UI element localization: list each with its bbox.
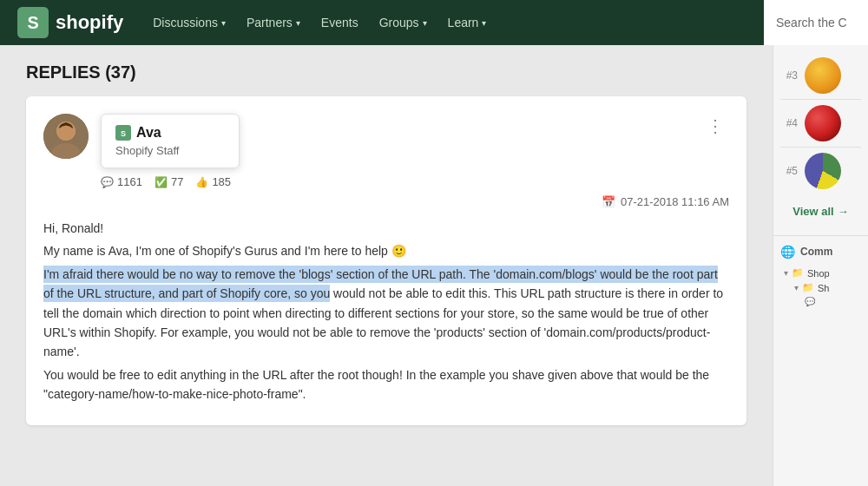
body-line-3: I'm afraid there would be no way to remo… [43,265,729,362]
main-nav: S shopify Discussions ▾ Partners ▾ Event… [0,0,868,45]
nav-discussions[interactable]: Discussions ▾ [144,10,234,35]
svg-text:S: S [27,13,38,32]
avatar-3[interactable] [805,57,841,94]
search-placeholder: Search the C [776,16,847,30]
rank-3: #3 [784,69,798,82]
body-line-2: My name is Ava, I'm one of Shopify's Gur… [43,241,729,260]
arrow-right-icon: → [838,205,849,218]
view-all-label: View all [792,205,833,218]
body-line-1: Hi, Ronald! [43,219,729,238]
stat-posts-value: 1161 [117,175,142,188]
community-section: 🌐 Comm ▾ 📁 Shop ▾ 📁 Sh 💬 [773,235,868,317]
avatar-image [43,114,89,159]
chevron-down-icon: ▾ [296,18,300,28]
community-tree: ▾ 📁 Shop ▾ 📁 Sh 💬 [780,266,861,308]
left-content: REPLIES (37) [0,45,773,486]
rank-5: #5 [784,165,798,177]
shopify-badge-icon: S [115,125,131,141]
sidebar-avatar-row-3: #3 [780,52,861,100]
community-label: 🌐 Comm [780,245,861,259]
chevron-down-icon: ▾ [482,18,486,28]
check-icon: ✅ [155,176,168,188]
nav-groups[interactable]: Groups ▾ [371,10,436,35]
body-line-4: You would be free to edit anything in th… [43,365,729,404]
view-all-link[interactable]: View all → [787,205,854,218]
folder-icon: 📁 [792,267,804,279]
tree-label-1: Shop [807,268,830,279]
chevron-down-icon: ▾ [221,18,226,28]
sidebar-avatars: #3 #4 #5 View all → [773,45,868,235]
logo-text: shopify [56,11,123,34]
author-area: S Ava Shopify Staff [43,114,240,168]
thumbs-up-icon: 👍 [195,176,208,188]
tree-item-3: 💬 [784,295,861,308]
reply-body: Hi, Ronald! My name is Ava, I'm one of S… [43,219,729,404]
tree-item-1: ▾ 📁 Shop [784,266,861,280]
expand-icon-2: ▾ [794,283,799,292]
sidebar-avatar-row-5: #5 [780,148,861,194]
nav-items: Discussions ▾ Partners ▾ Events Groups ▾… [144,10,851,35]
stat-check-value: 77 [171,175,183,188]
more-options-button[interactable]: ⋮ [701,114,729,138]
nav-events[interactable]: Events [312,10,367,35]
community-text: Comm [800,246,832,258]
stat-check: ✅ 77 [155,175,183,188]
sidebar-avatar-row-4: #4 [780,100,861,148]
shopify-logo[interactable]: S shopify [17,7,123,38]
globe-icon: 🌐 [780,245,795,259]
stat-likes: 👍 185 [195,175,231,188]
expand-icon: ▾ [784,268,788,278]
avatar [43,114,89,159]
reply-card: S Ava Shopify Staff ⋮ 💬 1161 [26,96,746,425]
right-sidebar: #3 #4 #5 View all → [773,45,868,486]
svg-text:S: S [121,129,126,138]
nav-learn[interactable]: Learn ▾ [439,10,496,35]
view-all-row: View all → [780,194,861,228]
author-name: Ava [136,125,161,141]
stat-likes-value: 185 [212,175,231,188]
message-icon: 💬 [101,176,114,188]
author-name-row: S Ava [115,125,225,141]
folder-icon-2: 📁 [802,282,814,293]
rank-4: #4 [784,117,798,129]
avatar-5[interactable] [805,153,841,189]
reply-header: S Ava Shopify Staff ⋮ [43,114,729,168]
main-container: REPLIES (37) [0,45,868,486]
stat-posts: 💬 1161 [101,175,142,188]
date-text: 07-21-2018 11:16 AM [621,195,729,208]
calendar-icon: 📅 [602,195,615,208]
chat-icon: 💬 [805,297,815,306]
replies-title: REPLIES (37) [26,62,746,82]
tree-label-2: Sh [818,283,829,293]
author-role: Shopify Staff [115,144,225,157]
search-box[interactable]: Search the C [764,0,868,45]
highlighted-text: I'm afraid there would be no way to remo… [43,266,718,302]
chevron-down-icon: ▾ [423,18,427,28]
tree-item-2: ▾ 📁 Sh [784,280,861,295]
author-stats: 💬 1161 ✅ 77 👍 185 [101,175,729,188]
author-popup: S Ava Shopify Staff [101,114,240,168]
nav-partners[interactable]: Partners ▾ [238,10,309,35]
reply-date: 📅 07-21-2018 11:16 AM [43,195,729,208]
avatar-4[interactable] [805,105,841,141]
